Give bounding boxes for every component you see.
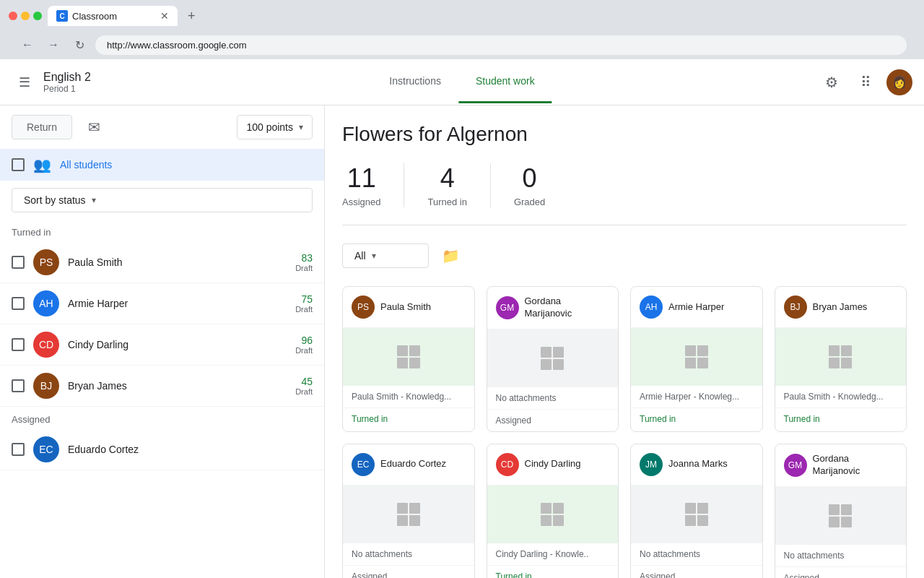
document-icon xyxy=(539,345,565,371)
section-turned-in-label: Turned in xyxy=(0,220,324,242)
svg-rect-16 xyxy=(397,503,408,514)
card-status: Assigned xyxy=(631,566,762,578)
svg-rect-28 xyxy=(829,504,840,515)
chevron-down-icon: ▾ xyxy=(92,195,96,205)
folder-button[interactable]: 📁 xyxy=(437,243,463,269)
student-row[interactable]: BJ Bryan James 45 Draft xyxy=(0,366,324,407)
svg-rect-0 xyxy=(397,345,408,356)
card-header: AH Armie Harper xyxy=(631,287,762,328)
card-avatar: GM xyxy=(784,454,807,477)
student-card[interactable]: CD Cindy Darling Cindy Darling - Knowle.… xyxy=(487,444,619,578)
card-name: Joanna Marks xyxy=(668,458,728,470)
menu-button[interactable]: ☰ xyxy=(12,69,38,95)
student-checkbox[interactable] xyxy=(12,256,25,269)
mail-button[interactable]: ✉ xyxy=(81,114,107,140)
svg-rect-2 xyxy=(397,358,408,368)
stat-graded-num: 0 xyxy=(514,163,545,194)
forward-button[interactable]: → xyxy=(43,35,64,55)
student-card[interactable]: JM Joanna Marks No attachments Assigned xyxy=(630,444,763,578)
card-avatar: PS xyxy=(352,296,375,319)
browser-tab[interactable]: C Classroom ✕ xyxy=(48,6,178,26)
student-score: 75 Draft xyxy=(295,293,313,314)
header-tabs: Instructions Student work xyxy=(372,61,552,103)
student-checkbox[interactable] xyxy=(12,379,25,392)
close-dot[interactable] xyxy=(9,12,17,20)
document-icon xyxy=(396,501,422,527)
student-card[interactable]: GM Gordana Marijanovic No attachments As… xyxy=(487,286,619,432)
content-area: Flowers for Algernon 11 Assigned 4 Turne… xyxy=(325,105,924,578)
card-avatar: AH xyxy=(640,296,663,319)
student-card[interactable]: PS Paula Smith Paula Smith - Knowledg...… xyxy=(342,286,475,432)
maximize-dot[interactable] xyxy=(33,12,42,20)
student-card[interactable]: GM Gordana Marijanovic No attachments As… xyxy=(775,444,907,578)
tab-label: Classroom xyxy=(72,11,156,22)
document-icon xyxy=(684,344,710,370)
svg-rect-8 xyxy=(685,345,696,356)
card-thumbnail xyxy=(775,487,907,545)
filter-select[interactable]: All ▾ xyxy=(342,243,429,268)
svg-rect-22 xyxy=(541,515,552,526)
student-card[interactable]: EC Eduardo Cortez No attachments Assigne… xyxy=(342,444,475,578)
svg-rect-18 xyxy=(397,515,408,526)
svg-rect-24 xyxy=(685,503,696,514)
card-name: Paula Smith xyxy=(380,301,431,314)
svg-rect-30 xyxy=(829,517,840,527)
new-tab-button[interactable]: + xyxy=(183,7,200,25)
points-select[interactable]: 100 points ▾ xyxy=(237,115,313,139)
student-card[interactable]: BJ Bryan James Paula Smith - Knowledg...… xyxy=(775,286,907,432)
chevron-down-icon: ▾ xyxy=(299,122,303,132)
back-button[interactable]: ← xyxy=(17,35,38,55)
reload-button[interactable]: ↻ xyxy=(69,35,90,55)
apps-button[interactable]: ⠿ xyxy=(852,68,881,97)
card-header: GM Gordana Marijanovic xyxy=(487,287,619,329)
tab-student-work[interactable]: Student work xyxy=(458,61,552,103)
card-thumbnail xyxy=(631,486,762,543)
return-button[interactable]: Return xyxy=(12,115,72,139)
settings-button[interactable]: ⚙ xyxy=(817,68,846,97)
avatar[interactable]: 👩 xyxy=(886,69,912,95)
card-avatar: CD xyxy=(496,453,519,476)
card-status: Turned in xyxy=(343,408,474,430)
card-doc-label: No attachments xyxy=(631,543,762,566)
stat-turned-in-label: Turned in xyxy=(427,197,466,207)
student-name: Paula Smith xyxy=(68,256,295,268)
svg-rect-11 xyxy=(697,358,708,368)
avatar: BJ xyxy=(33,373,59,399)
card-doc-label: Paula Smith - Knowledg... xyxy=(775,386,907,408)
student-row[interactable]: PS Paula Smith 83 Draft xyxy=(0,242,324,283)
student-score: 96 Draft xyxy=(295,335,313,355)
stat-graded: 0 Graded xyxy=(491,163,568,207)
main-layout: Return ✉ 100 points ▾ 👥 All students Sor… xyxy=(0,105,924,578)
all-students-icon: 👥 xyxy=(33,156,51,173)
tab-instructions[interactable]: Instructions xyxy=(372,61,458,103)
student-score: 83 Draft xyxy=(295,252,313,272)
points-label: 100 points xyxy=(246,121,293,133)
student-card[interactable]: AH Armie Harper Armie Harper - Knowleg..… xyxy=(630,286,763,432)
card-thumbnail xyxy=(343,486,474,543)
sort-by-status-select[interactable]: Sort by status ▾ xyxy=(12,188,313,212)
assignment-title: Flowers for Algernon xyxy=(342,123,907,146)
url-bar[interactable]: http://www.classroom.google.com xyxy=(95,35,907,55)
student-row[interactable]: EC Eduardo Cortez xyxy=(0,429,324,470)
minimize-dot[interactable] xyxy=(21,12,30,20)
gear-icon: ⚙ xyxy=(825,74,838,91)
svg-rect-31 xyxy=(841,517,852,527)
folder-icon: 📁 xyxy=(442,247,460,264)
sort-row: Sort by status ▾ xyxy=(0,181,324,220)
card-header: JM Joanna Marks xyxy=(631,444,762,486)
all-students-checkbox[interactable] xyxy=(12,158,25,171)
svg-rect-3 xyxy=(409,358,420,368)
svg-rect-14 xyxy=(829,358,840,368)
student-checkbox[interactable] xyxy=(12,338,25,351)
svg-rect-29 xyxy=(841,504,852,515)
card-header: PS Paula Smith xyxy=(343,287,474,328)
student-checkbox[interactable] xyxy=(12,297,25,310)
card-avatar: JM xyxy=(640,453,663,476)
student-row[interactable]: AH Armie Harper 75 Draft xyxy=(0,283,324,324)
all-students-row[interactable]: 👥 All students xyxy=(0,149,324,181)
avatar: PS xyxy=(33,249,59,275)
tab-close-icon[interactable]: ✕ xyxy=(160,10,169,22)
card-avatar: BJ xyxy=(784,296,807,319)
student-row[interactable]: CD Cindy Darling 96 Draft xyxy=(0,324,324,366)
student-checkbox[interactable] xyxy=(12,443,25,456)
